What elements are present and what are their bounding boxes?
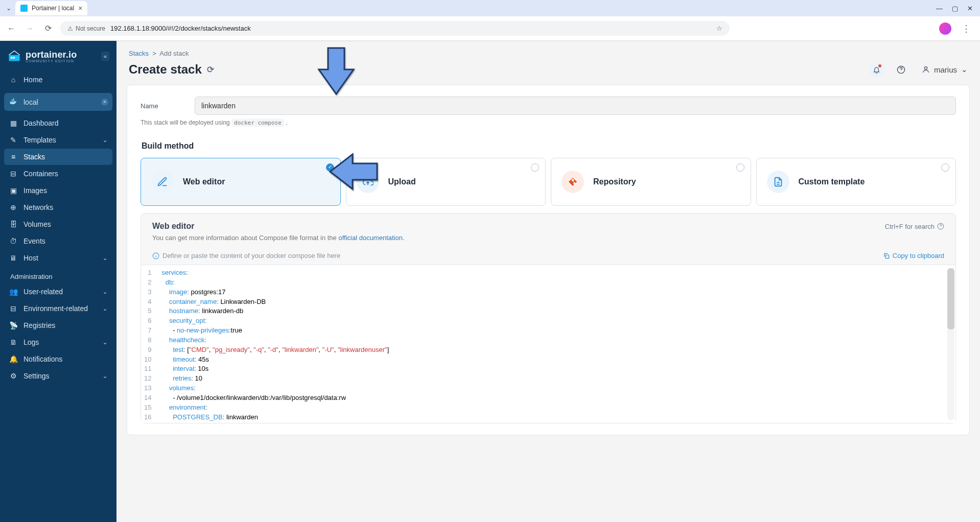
menu-icon: 👥	[9, 288, 17, 296]
sidebar-item-templates[interactable]: ✎Templates⌄	[4, 132, 112, 148]
help-icon[interactable]	[893, 61, 909, 78]
docs-link[interactable]: official documentation	[338, 234, 403, 242]
menu-icon: ⏱	[9, 237, 17, 245]
close-tab-icon[interactable]: ×	[78, 4, 82, 12]
sidebar-item-environment-related[interactable]: ⊟Environment-related⌄	[4, 300, 112, 317]
notifications-bell-icon[interactable]	[869, 61, 885, 78]
tab-list-dropdown[interactable]: ⌄	[4, 3, 13, 14]
editor-placeholder: Define or paste the content of your dock…	[152, 252, 340, 259]
home-icon: ⌂	[9, 76, 17, 84]
breadcrumb: Stacks > Add stack	[127, 41, 970, 61]
user-icon	[922, 65, 930, 74]
code-area[interactable]: services: db: image: postgres:17 contain…	[156, 265, 955, 423]
tab-title: Portainer | local	[32, 5, 74, 12]
menu-icon: 📡	[9, 321, 17, 329]
menu-icon: ⚙	[9, 372, 17, 380]
sidebar-item-notifications[interactable]: 🔔Notifications	[4, 351, 112, 367]
sidebar-logo[interactable]: portainer.io COMMUNITY EDITION «	[0, 41, 116, 69]
sidebar-collapse-button[interactable]: «	[101, 52, 109, 61]
build-method-web-editor[interactable]: Web editor	[141, 158, 341, 206]
refresh-icon[interactable]: ⟳	[207, 64, 214, 75]
sidebar-item-images[interactable]: ▣Images	[4, 182, 112, 199]
warning-icon: ⚠	[67, 25, 73, 32]
security-chip[interactable]: ⚠ Not secure	[67, 25, 105, 32]
name-label: Name	[141, 102, 195, 110]
radio-indicator	[736, 163, 744, 172]
docker-icon	[9, 97, 17, 107]
svg-point-4	[924, 67, 927, 69]
annotation-arrow-method	[327, 151, 381, 194]
deploy-help-text: This stack will be deployed using docker…	[141, 119, 956, 126]
sidebar-item-networks[interactable]: ⊕Networks	[4, 199, 112, 216]
sidebar-item-dashboard[interactable]: ▦Dashboard	[4, 115, 112, 131]
close-window-icon[interactable]: ✕	[967, 5, 973, 12]
browser-menu-icon[interactable]: ⋮	[962, 23, 971, 34]
menu-icon: ✎	[9, 136, 17, 144]
browser-tab[interactable]: Portainer | local ×	[15, 1, 87, 15]
back-button[interactable]: ←	[5, 24, 17, 33]
menu-icon: 🖥	[9, 254, 17, 262]
method-icon	[562, 171, 584, 193]
build-method-custom-template[interactable]: Custom template	[756, 158, 956, 206]
portainer-logo-icon	[7, 49, 21, 63]
close-env-icon[interactable]: ×	[101, 99, 108, 106]
sidebar-item-stacks[interactable]: ≡Stacks	[4, 149, 112, 165]
menu-icon: ≡	[9, 153, 17, 161]
chevron-down-icon: ⌄	[103, 289, 107, 295]
code-editor[interactable]: 1234567891011121314151617181920 services…	[141, 265, 955, 423]
window-controls: — ▢ ✕	[936, 5, 976, 12]
sidebar-item-registries[interactable]: 📡Registries	[4, 317, 112, 334]
chevron-down-icon: ⌄	[103, 137, 107, 144]
sidebar-item-containers[interactable]: ⊟Containers	[4, 165, 112, 182]
svg-rect-1	[11, 57, 13, 59]
breadcrumb-root[interactable]: Stacks	[129, 50, 149, 57]
menu-icon: 🗄	[9, 220, 17, 228]
chevron-down-icon: ⌄	[961, 65, 968, 74]
radio-indicator	[531, 163, 539, 172]
reload-button[interactable]: ⟳	[42, 23, 54, 33]
favicon-icon	[20, 5, 28, 12]
editor-help: You can get more information about Compo…	[141, 233, 955, 247]
sidebar-environment[interactable]: local ×	[4, 93, 112, 111]
svg-rect-2	[13, 57, 15, 59]
create-stack-panel: Name This stack will be deployed using d…	[127, 85, 970, 435]
page-title: Create stack ⟳	[129, 62, 214, 77]
scrollbar-thumb[interactable]	[947, 268, 954, 329]
forward-button[interactable]: →	[24, 24, 36, 33]
url-text: 192.168.1.18:9000/#!/2/docker/stacks/new…	[110, 25, 251, 32]
build-method-repository[interactable]: Repository	[551, 158, 751, 206]
menu-icon: 🗎	[9, 338, 17, 346]
logo-subtext: COMMUNITY EDITION	[26, 59, 77, 63]
chevron-down-icon: ⌄	[103, 373, 107, 379]
sidebar-item-settings[interactable]: ⚙Settings⌄	[4, 368, 112, 384]
web-editor-panel: Web editor Ctrl+F for search You can get…	[141, 213, 956, 423]
sidebar-item-volumes[interactable]: 🗄Volumes	[4, 216, 112, 232]
maximize-icon[interactable]: ▢	[952, 5, 958, 12]
main-content: Stacks > Add stack Create stack ⟳	[116, 41, 980, 522]
sidebar-item-host[interactable]: 🖥Host⌄	[4, 250, 112, 266]
sidebar-item-home[interactable]: ⌂ Home	[4, 72, 112, 88]
help-circle-icon	[937, 223, 944, 230]
copy-clipboard-button[interactable]: Copy to clipboard	[883, 252, 944, 259]
info-icon	[152, 252, 159, 259]
chevron-down-icon: ⌄	[103, 339, 107, 346]
sidebar: portainer.io COMMUNITY EDITION « ⌂ Home …	[0, 41, 116, 522]
svg-rect-7	[885, 255, 889, 258]
url-bar[interactable]: ⚠ Not secure 192.168.1.18:9000/#!/2/dock…	[60, 21, 730, 36]
sidebar-item-events[interactable]: ⏱Events	[4, 233, 112, 249]
stack-name-input[interactable]	[195, 97, 956, 115]
user-menu[interactable]: marius ⌄	[918, 65, 968, 74]
menu-icon: ⊕	[9, 203, 17, 211]
annotation-arrow-name	[316, 44, 357, 100]
bookmark-star-icon[interactable]: ☆	[716, 25, 722, 32]
minimize-icon[interactable]: —	[936, 5, 943, 12]
chevron-down-icon: ⌄	[103, 305, 107, 312]
profile-avatar[interactable]	[939, 22, 951, 35]
chevron-down-icon: ⌄	[103, 255, 107, 262]
sidebar-section-admin: Administration	[4, 267, 112, 283]
browser-tab-strip: ⌄ Portainer | local × — ▢ ✕	[0, 0, 980, 16]
menu-icon: ▣	[9, 186, 17, 195]
sidebar-item-logs[interactable]: 🗎Logs⌄	[4, 334, 112, 350]
sidebar-item-user-related[interactable]: 👥User-related⌄	[4, 283, 112, 300]
menu-icon: ⊟	[9, 304, 17, 313]
